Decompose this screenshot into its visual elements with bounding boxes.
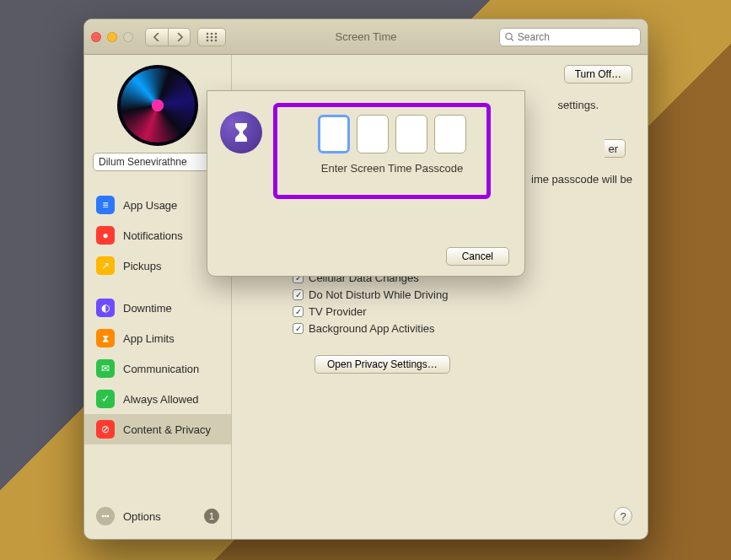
nav-back-forward [145, 28, 191, 46]
sidebar-item-label: App Limits [123, 332, 175, 345]
sidebar-item-app-limits[interactable]: ⧗App Limits [84, 323, 231, 353]
back-button[interactable] [146, 29, 168, 46]
help-button[interactable]: ? [614, 507, 632, 525]
checkbox-row: ✓Do Not Disturb While Driving [293, 288, 632, 301]
forward-button[interactable] [168, 29, 190, 46]
options-badge: 1 [204, 509, 219, 524]
chevron-right-icon [176, 33, 183, 41]
svg-point-3 [207, 35, 209, 38]
turn-off-button[interactable]: Turn Off… [564, 65, 632, 83]
checkbox-row: ✓Background App Activities [293, 322, 632, 335]
app-limits-icon: ⧗ [96, 329, 115, 347]
checkbox-label: Background App Activities [309, 322, 435, 335]
sidebar-item-label: Notifications [123, 229, 183, 242]
sidebar-item-label: Content & Privacy [123, 423, 211, 436]
passcode-sheet: Enter Screen Time Passcode Cancel [207, 90, 525, 277]
checkbox-label: Do Not Disturb While Driving [309, 288, 448, 301]
passcode-digit-1[interactable] [318, 115, 350, 153]
open-privacy-settings-button[interactable]: Open Privacy Settings… [314, 355, 450, 374]
sidebar-item-downtime[interactable]: ◐Downtime [84, 293, 231, 323]
minimize-window-button[interactable] [107, 32, 117, 42]
zoom-window-button [123, 32, 133, 42]
sidebar-item-label: Communication [123, 363, 199, 375]
sidebar-item-label: Always Allowed [123, 393, 199, 406]
sidebar-item-communication[interactable]: ✉Communication [84, 353, 231, 384]
checkbox-label: TV Provider [309, 305, 367, 318]
account-picker[interactable]: Dilum Senevirathne ⌄ [93, 153, 223, 171]
svg-point-0 [207, 32, 209, 35]
options-label[interactable]: Options [123, 510, 161, 523]
chevron-left-icon [153, 33, 160, 41]
sidebar-item-always-allowed[interactable]: ✓Always Allowed [84, 384, 231, 414]
sidebar-footer: Options 1 [84, 498, 231, 539]
checkbox-row: ✓TV Provider [293, 305, 632, 318]
passcode-digit-2[interactable] [357, 115, 389, 153]
sidebar-item-content-privacy[interactable]: ⊘Content & Privacy [84, 414, 231, 444]
svg-point-6 [207, 39, 209, 41]
notifications-icon: ● [96, 226, 115, 245]
window-controls [91, 32, 133, 42]
avatar [117, 65, 198, 146]
passcode-fields [318, 115, 466, 153]
screen-time-icon [220, 111, 262, 153]
svg-point-5 [215, 35, 218, 38]
passcode-prompt: Enter Screen Time Passcode [321, 162, 463, 175]
pickups-icon: ↗ [96, 256, 115, 275]
svg-point-12 [105, 515, 107, 518]
search-icon [505, 32, 514, 42]
sidebar-item-label: App Usage [123, 199, 177, 212]
svg-point-13 [107, 515, 110, 518]
checkbox[interactable]: ✓ [293, 323, 304, 334]
svg-point-11 [102, 515, 105, 518]
sidebar-item-label: Pickups [123, 260, 162, 272]
button-fragment[interactable]: er [605, 139, 626, 158]
toolbar: Screen Time [84, 19, 648, 55]
svg-point-1 [211, 32, 213, 35]
svg-line-10 [511, 38, 513, 40]
always-allowed-icon: ✓ [96, 390, 115, 408]
options-icon [96, 507, 115, 525]
preferences-window: Screen Time Dilum Senevirathne ⌄ ≡App Us… [83, 19, 648, 540]
close-window-button[interactable] [91, 32, 101, 42]
svg-point-4 [211, 35, 213, 38]
svg-point-8 [215, 39, 218, 41]
window-body: Dilum Senevirathne ⌄ ≡App Usage●Notifica… [84, 55, 648, 539]
checkbox[interactable]: ✓ [293, 289, 304, 300]
downtime-icon: ◐ [96, 299, 115, 317]
grid-icon [206, 32, 218, 42]
cancel-button[interactable]: Cancel [446, 247, 509, 266]
sidebar-item-label: Downtime [123, 302, 172, 315]
app-usage-icon: ≡ [96, 196, 115, 214]
passcode-digit-4[interactable] [434, 115, 466, 153]
search-field[interactable] [499, 28, 641, 46]
communication-icon: ✉ [96, 359, 115, 378]
content-privacy-icon: ⊘ [96, 420, 115, 439]
text-fragment-passcode: ime passcode will be [531, 173, 632, 186]
passcode-digit-3[interactable] [395, 115, 427, 153]
show-all-button[interactable] [197, 28, 226, 46]
svg-point-2 [215, 32, 218, 35]
svg-point-7 [211, 39, 213, 41]
checkbox[interactable]: ✓ [293, 306, 304, 317]
account-name: Dilum Senevirathne [99, 156, 187, 168]
svg-point-9 [506, 33, 512, 39]
search-input[interactable] [518, 31, 635, 43]
